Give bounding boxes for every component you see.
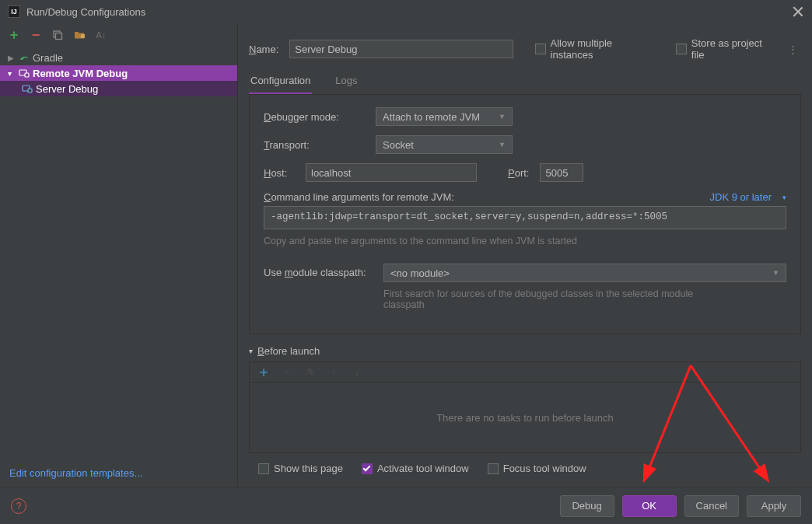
debug-button[interactable]: Debug (560, 495, 614, 517)
add-icon[interactable]: + (8, 29, 20, 41)
show-this-page-checkbox[interactable]: Show this page (258, 463, 343, 474)
checkbox-icon (535, 44, 545, 54)
name-label: Name: (249, 44, 278, 55)
chevron-down-icon: ▼ (499, 141, 506, 148)
expand-icon: ▶ (8, 54, 16, 62)
svg-rect-2 (81, 34, 85, 38)
tree-label: Gradle (33, 52, 63, 64)
tree-toolbar: + − A↓ (0, 23, 237, 47)
tree-node-gradle[interactable]: ▶ Gradle (0, 50, 237, 65)
ok-button[interactable]: OK (622, 495, 677, 517)
remove-icon[interactable]: − (30, 29, 42, 41)
allow-multiple-checkbox[interactable]: Allow multiple instances (535, 37, 653, 61)
app-icon: IJ (8, 5, 20, 18)
collapse-icon: ▾ (8, 69, 16, 78)
chevron-down-icon: ▾ (782, 194, 786, 201)
tree-node-server-debug[interactable]: Server Debug (0, 81, 237, 96)
config-tree: ▶ Gradle ▾ Remote JVM Debug Server Debug (0, 47, 237, 459)
checkbox-label: Show this page (274, 463, 343, 474)
before-launch-toolbar: + − ✎ ↑ ↓ (250, 362, 800, 383)
configuration-panel: Debugger mode: Attach to remote JVM ▼ Tr… (249, 95, 801, 334)
transport-label: Transport: (264, 139, 365, 151)
svg-rect-6 (28, 89, 32, 93)
module-classpath-dropdown[interactable]: <no module> ▼ (383, 264, 786, 282)
chevron-down-icon: ▾ (249, 347, 253, 355)
cmdline-hint: Copy and paste the arguments to the comm… (264, 236, 786, 246)
host-label: Host: (264, 167, 295, 179)
gradle-icon (19, 52, 30, 63)
chevron-down-icon: ▼ (772, 269, 779, 277)
port-input[interactable] (540, 163, 583, 182)
debugger-mode-label: Debugger mode: (264, 111, 365, 123)
module-hint: First search for sources of the debugged… (383, 288, 710, 310)
host-input[interactable] (306, 163, 477, 182)
checkbox-label: Allow multiple instances (551, 37, 653, 61)
add-task-icon[interactable]: + (257, 366, 270, 379)
move-up-icon: ↑ (327, 366, 340, 379)
activate-tool-window-checkbox[interactable]: Activate tool window (362, 463, 469, 474)
cmdline-label: Command line arguments for remote JVM: (264, 191, 454, 203)
tree-label: Remote JVM Debug (33, 68, 128, 79)
checkbox-label: Focus tool window (503, 463, 586, 474)
window-title: Run/Debug Configurations (26, 6, 792, 18)
titlebar: IJ Run/Debug Configurations (0, 0, 812, 23)
name-input[interactable] (289, 40, 513, 58)
apply-button[interactable]: Apply (747, 495, 801, 517)
tabs: Configuration Logs (249, 70, 801, 95)
edit-task-icon: ✎ (304, 366, 317, 379)
tab-logs[interactable]: Logs (334, 70, 359, 94)
before-launch-empty: There are no tasks to run before launch (250, 383, 800, 452)
port-label: Port: (508, 167, 529, 179)
cancel-button[interactable]: Cancel (684, 495, 739, 517)
remote-jvm-icon (19, 68, 30, 79)
copy-icon[interactable] (51, 29, 64, 41)
sort-icon[interactable]: A↓ (95, 29, 107, 41)
focus-tool-window-checkbox[interactable]: Focus tool window (488, 463, 586, 474)
tree-node-remote-jvm[interactable]: ▾ Remote JVM Debug (0, 65, 237, 81)
jdk-link-label: JDK 9 or later (710, 191, 772, 203)
dropdown-value: Attach to remote JVM (383, 111, 480, 123)
tab-configuration[interactable]: Configuration (249, 70, 312, 94)
module-classpath-label: Use module classpath: (264, 264, 373, 278)
store-as-file-checkbox[interactable]: Store as project file (676, 37, 774, 61)
cmdline-text[interactable]: -agentlib:jdwp=transport=dt_socket,serve… (264, 206, 786, 229)
before-launch-header[interactable]: ▾ Before launch (249, 345, 801, 357)
checkbox-label: Store as project file (691, 37, 774, 61)
dropdown-value: Socket (383, 139, 414, 151)
checkbox-icon (258, 463, 269, 474)
more-icon[interactable]: ⋮ (785, 44, 801, 55)
checkbox-icon (676, 44, 686, 54)
remove-task-icon: − (281, 366, 293, 379)
dialog-footer: ? Debug OK Cancel Apply (0, 487, 812, 524)
svg-rect-4 (25, 73, 29, 77)
transport-dropdown[interactable]: Socket ▼ (376, 135, 513, 154)
help-icon[interactable]: ? (11, 498, 26, 514)
jdk-version-dropdown[interactable]: JDK 9 or later ▾ (710, 191, 786, 203)
checkbox-icon (362, 463, 373, 474)
tree-label: Server Debug (36, 83, 98, 95)
remote-jvm-icon (22, 83, 33, 94)
svg-rect-1 (56, 33, 62, 40)
close-icon[interactable] (792, 5, 804, 18)
save-template-icon[interactable] (73, 29, 86, 41)
debugger-mode-dropdown[interactable]: Attach to remote JVM ▼ (376, 107, 513, 126)
dropdown-value: <no module> (390, 267, 450, 279)
before-launch-panel: + − ✎ ↑ ↓ There are no tasks to run befo… (249, 362, 801, 453)
move-down-icon: ↓ (351, 366, 363, 379)
chevron-down-icon: ▼ (499, 113, 506, 121)
edit-templates-link[interactable]: Edit configuration templates... (0, 459, 237, 487)
checkbox-icon (488, 463, 499, 474)
checkbox-label: Activate tool window (377, 463, 469, 474)
